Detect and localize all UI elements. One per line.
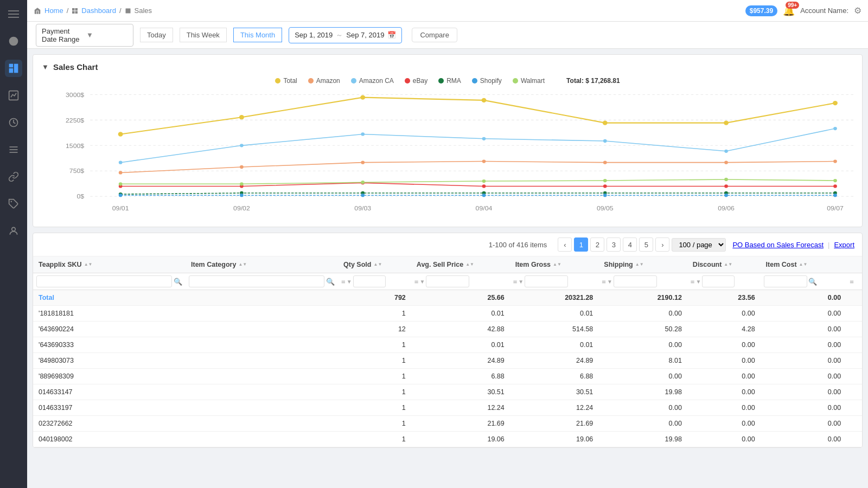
svg-text:09/04: 09/04 bbox=[476, 205, 493, 213]
svg-text:09/01: 09/01 bbox=[112, 205, 129, 213]
page-1-button[interactable]: 1 bbox=[574, 237, 588, 252]
sidebar-clock-icon[interactable] bbox=[5, 114, 22, 131]
svg-point-76 bbox=[724, 194, 728, 197]
prev-page-button[interactable]: ‹ bbox=[558, 237, 572, 252]
svg-point-60 bbox=[482, 184, 486, 188]
table-row: 014633147 1 30.51 30.51 19.98 0.00 0.00 bbox=[33, 384, 862, 400]
sku-search-input[interactable] bbox=[36, 275, 172, 287]
collapse-icon[interactable]: ▼ bbox=[42, 63, 49, 71]
next-page-button[interactable]: › bbox=[655, 237, 669, 252]
page-5-button[interactable]: 5 bbox=[639, 237, 653, 252]
category-search-input[interactable] bbox=[189, 275, 324, 287]
row-shipping: 8.01 bbox=[598, 353, 687, 369]
avg-filter-eq[interactable]: = bbox=[414, 278, 419, 286]
notification-badge[interactable]: 🔔 99+ bbox=[783, 5, 795, 17]
svg-rect-16 bbox=[72, 11, 75, 14]
cost-filter-input[interactable] bbox=[764, 275, 807, 287]
sidebar-tag-icon[interactable] bbox=[5, 195, 22, 213]
breadcrumb-dashboard[interactable]: Dashboard bbox=[81, 7, 116, 15]
svg-text:750$: 750$ bbox=[69, 168, 85, 175]
row-extra bbox=[846, 416, 862, 432]
disc-filter-drop[interactable]: ▼ bbox=[695, 279, 701, 285]
page-3-button[interactable]: 3 bbox=[607, 237, 621, 252]
row-avg: 30.51 bbox=[411, 384, 510, 400]
breadcrumb-home[interactable]: Home bbox=[44, 7, 63, 15]
calendar-icon[interactable]: 📅 bbox=[387, 31, 396, 39]
row-cost: 0.00 bbox=[761, 400, 847, 416]
sidebar-menu-icon[interactable] bbox=[5, 5, 22, 23]
svg-point-52 bbox=[361, 132, 365, 136]
svg-rect-1 bbox=[8, 14, 19, 15]
date-range-input[interactable]: Sep 1, 2019 ～ Sep 7, 2019 📅 bbox=[289, 27, 402, 43]
ship-filter-input[interactable] bbox=[614, 275, 657, 287]
row-sku: '643690333 bbox=[33, 337, 186, 353]
row-qty: 1 bbox=[338, 416, 411, 432]
ship-filter-drop[interactable]: ▼ bbox=[607, 279, 612, 285]
item-cost-sort[interactable]: ▲▼ bbox=[799, 262, 808, 267]
this-week-button[interactable]: This Week bbox=[180, 28, 227, 42]
sidebar-analytics-icon[interactable] bbox=[5, 87, 22, 104]
cost-search-button[interactable]: 🔍 bbox=[808, 278, 817, 286]
svg-point-82 bbox=[603, 179, 607, 182]
row-avg: 21.69 bbox=[411, 416, 510, 432]
sidebar-home-icon[interactable] bbox=[5, 33, 22, 50]
row-sku: '849803073 bbox=[33, 353, 186, 369]
row-gross: 30.51 bbox=[510, 384, 599, 400]
discount-sort[interactable]: ▲▼ bbox=[724, 262, 732, 267]
qty-filter-eq[interactable]: = bbox=[341, 278, 346, 286]
avg-sell-sort[interactable]: ▲▼ bbox=[465, 262, 474, 267]
table-row: '643690224 12 42.88 514.58 50.28 4.28 0.… bbox=[33, 322, 862, 337]
shipping-sort[interactable]: ▲▼ bbox=[635, 262, 644, 267]
extra-filter[interactable]: = bbox=[850, 278, 854, 286]
ship-filter-eq[interactable]: = bbox=[602, 278, 606, 286]
sku-sort[interactable]: ▲▼ bbox=[84, 262, 93, 267]
item-gross-sort[interactable]: ▲▼ bbox=[553, 262, 561, 267]
disc-filter-input[interactable] bbox=[702, 275, 735, 287]
row-shipping: 0.00 bbox=[598, 337, 687, 353]
avg-filter-drop[interactable]: ▼ bbox=[419, 279, 425, 285]
balance-badge[interactable]: $957.39 bbox=[745, 5, 777, 16]
page-4-button[interactable]: 4 bbox=[623, 237, 637, 252]
qty-filter-input[interactable] bbox=[353, 275, 386, 287]
row-cost: 0.00 bbox=[761, 384, 847, 400]
sidebar-user-icon[interactable] bbox=[5, 222, 22, 240]
sku-search-button[interactable]: 🔍 bbox=[174, 278, 182, 286]
svg-point-36 bbox=[118, 132, 123, 136]
svg-point-39 bbox=[482, 98, 487, 102]
row-sku: '889698309 bbox=[33, 369, 186, 384]
qty-sort[interactable]: ▲▼ bbox=[373, 262, 382, 267]
row-discount: 0.00 bbox=[687, 384, 761, 400]
settings-icon[interactable]: ⚙ bbox=[854, 5, 861, 16]
qty-filter-drop[interactable]: ▼ bbox=[347, 279, 352, 285]
category-search-button[interactable]: 🔍 bbox=[326, 278, 335, 286]
gross-filter-input[interactable] bbox=[525, 275, 568, 287]
row-qty: 1 bbox=[338, 369, 411, 384]
row-category bbox=[186, 322, 338, 337]
sidebar-link-icon[interactable] bbox=[5, 168, 22, 185]
table-row: 040198002 1 19.06 19.06 19.98 0.00 0.00 bbox=[33, 432, 862, 447]
total-qty: 792 bbox=[338, 290, 411, 306]
this-month-button[interactable]: This Month bbox=[233, 28, 282, 42]
svg-rect-6 bbox=[9, 64, 14, 68]
export-link[interactable]: Export bbox=[834, 241, 854, 249]
row-discount: 4.28 bbox=[687, 322, 761, 337]
pagination-info: 1-100 of 416 items bbox=[489, 241, 547, 249]
row-avg: 19.06 bbox=[411, 432, 510, 447]
sidebar-dashboard-icon[interactable] bbox=[5, 60, 22, 77]
pagination: ‹ 1 2 3 4 5 › 100 / page 50 / page bbox=[558, 237, 726, 252]
date-range-select[interactable]: Payment Date Range ▼ bbox=[36, 24, 133, 47]
sidebar-list-icon[interactable] bbox=[5, 141, 22, 158]
disc-filter-eq[interactable]: = bbox=[691, 278, 695, 286]
svg-text:0$: 0$ bbox=[76, 193, 84, 201]
page-2-button[interactable]: 2 bbox=[590, 237, 604, 252]
today-button[interactable]: Today bbox=[140, 28, 173, 42]
avg-filter-input[interactable] bbox=[426, 275, 469, 287]
compare-button[interactable]: Compare bbox=[412, 28, 457, 42]
page-size-select[interactable]: 100 / page 50 / page bbox=[672, 238, 726, 252]
gross-filter-eq[interactable]: = bbox=[513, 278, 518, 286]
category-sort[interactable]: ▲▼ bbox=[238, 262, 247, 267]
total-category bbox=[186, 290, 338, 306]
po-forecast-link[interactable]: PO Based on Sales Forecast bbox=[732, 241, 824, 249]
row-gross: 12.24 bbox=[510, 400, 599, 416]
gross-filter-drop[interactable]: ▼ bbox=[518, 279, 524, 285]
